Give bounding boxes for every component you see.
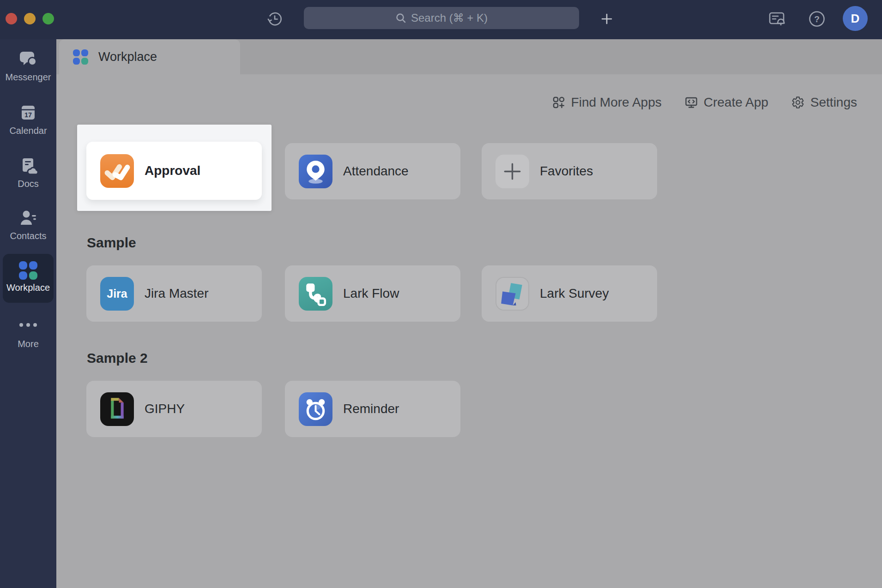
workplace-header-actions: Find More Apps Create App: [552, 92, 857, 113]
new-tab-button[interactable]: [597, 9, 616, 30]
tab-label: Workplace: [98, 50, 157, 64]
svg-text:17: 17: [24, 111, 32, 119]
sidebar-item-messenger[interactable]: Messenger: [0, 50, 56, 83]
approval-app-icon: [100, 154, 134, 188]
sidebar-item-calendar[interactable]: 17 Calendar: [0, 104, 56, 136]
app-tile-label: Attendance: [343, 164, 409, 179]
sidebar-item-label: Contacts: [0, 231, 56, 241]
find-more-apps-button[interactable]: Find More Apps: [552, 95, 662, 110]
section-title-sample2: Sample 2: [87, 350, 148, 366]
sidebar-item-contacts[interactable]: Contacts: [0, 209, 56, 241]
app-tile-label: GIPHY: [145, 402, 185, 416]
announcement-bell-icon: [767, 9, 786, 30]
app-tile-favorites[interactable]: Favorites: [482, 143, 657, 199]
window-topbar: Search (⌘ + K): [0, 0, 882, 39]
zoom-window-button[interactable]: [42, 13, 54, 24]
jira-app-icon: Jira: [100, 277, 134, 311]
attendance-app-icon: [299, 155, 332, 188]
sidebar-item-docs[interactable]: Docs: [0, 157, 56, 189]
help-icon: ?: [808, 10, 826, 30]
sidebar-item-label: Workplace: [3, 282, 54, 293]
workplace-tab-icon: [73, 49, 88, 65]
minimize-window-button[interactable]: [24, 13, 36, 24]
app-tile-attendance[interactable]: Attendance: [285, 143, 460, 199]
app-tile-lark-survey[interactable]: Lark Survey: [482, 265, 657, 322]
app-tile-label: Lark Flow: [343, 286, 399, 301]
settings-button[interactable]: Settings: [791, 95, 857, 110]
app-tile-jira-master[interactable]: Jira Jira Master: [86, 265, 262, 322]
lark-flow-app-icon: [299, 277, 332, 311]
window-controls: [6, 13, 54, 24]
search-placeholder: Search (⌘ + K): [411, 12, 488, 24]
gear-icon: [791, 96, 804, 109]
sidebar-item-label: Messenger: [0, 72, 56, 83]
calendar-icon: 17: [19, 115, 37, 123]
favorites-plus-icon: [495, 155, 529, 188]
sidebar-item-more[interactable]: More: [0, 323, 56, 349]
sidebar-item-label: More: [0, 339, 56, 349]
app-tile-giphy[interactable]: GIPHY: [86, 381, 262, 437]
workplace-logo-icon: [19, 261, 37, 280]
svg-text:?: ?: [814, 14, 820, 24]
app-tile-label: Approval: [145, 163, 200, 178]
app-tile-label: Favorites: [540, 164, 593, 179]
section-title-sample: Sample: [87, 235, 136, 251]
app-tile-reminder[interactable]: Reminder: [285, 381, 460, 437]
settings-label: Settings: [810, 95, 857, 110]
tab-workplace[interactable]: Workplace: [59, 39, 240, 74]
create-app-button[interactable]: Create App: [685, 95, 768, 110]
lark-app-window: Search (⌘ + K): [0, 0, 882, 588]
create-app-label: Create App: [704, 95, 768, 110]
more-dots-icon: [0, 323, 56, 327]
messenger-icon: [19, 61, 37, 69]
reminder-app-icon: [299, 392, 332, 426]
search-icon: [395, 12, 406, 24]
jira-logo-text: Jira: [107, 287, 127, 300]
search-input[interactable]: Search (⌘ + K): [304, 7, 579, 29]
sidebar-item-label: Docs: [0, 179, 56, 189]
app-tile-label: Jira Master: [145, 286, 208, 301]
find-more-apps-label: Find More Apps: [571, 95, 662, 110]
app-tile-label: Reminder: [343, 402, 399, 416]
giphy-app-icon: [100, 392, 134, 426]
history-icon: [266, 10, 284, 29]
history-button[interactable]: [265, 9, 284, 30]
sidebar: Messenger 17 Calendar Docs: [0, 39, 56, 588]
app-tile-label: Lark Survey: [540, 286, 609, 301]
help-button[interactable]: ?: [806, 8, 828, 30]
announcements-button[interactable]: [766, 8, 788, 30]
sidebar-item-workplace[interactable]: Workplace: [3, 254, 54, 303]
app-grid-plus-icon: [552, 96, 565, 109]
lark-survey-app-icon: [495, 277, 529, 311]
sidebar-item-label: Calendar: [0, 126, 56, 136]
app-tile-lark-flow[interactable]: Lark Flow: [285, 265, 460, 322]
app-tile-approval[interactable]: Approval: [86, 142, 262, 200]
close-window-button[interactable]: [6, 13, 17, 24]
plus-icon: [599, 11, 615, 28]
tab-strip: Workplace: [56, 39, 882, 74]
workplace-content: Find More Apps Create App: [56, 74, 882, 588]
monitor-code-icon: [685, 96, 698, 109]
docs-icon: [19, 168, 37, 176]
contacts-icon: [19, 220, 37, 228]
avatar[interactable]: D: [843, 6, 868, 31]
